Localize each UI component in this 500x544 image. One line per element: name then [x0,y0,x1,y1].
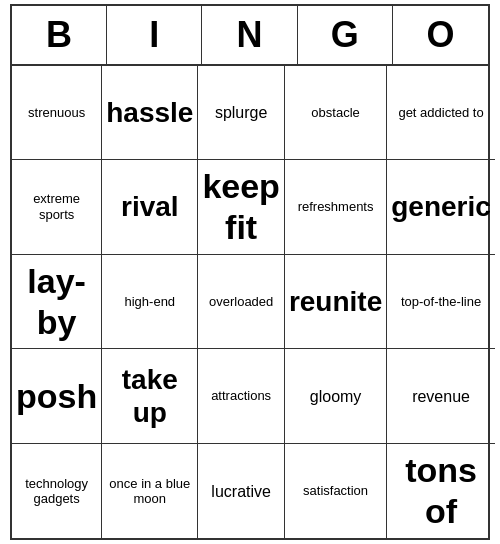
bingo-cell: generic [387,160,495,255]
cell-text: reunite [289,285,382,319]
bingo-cell: lucrative [198,444,285,539]
bingo-cell: posh [12,349,102,444]
header-letter: O [393,6,488,64]
bingo-cell: strenuous [12,66,102,161]
cell-text: generic [391,190,491,224]
bingo-cell: take up [102,349,198,444]
bingo-cell: revenue [387,349,495,444]
bingo-cell: lay-by [12,255,102,350]
bingo-cell: keep fit [198,160,285,255]
cell-text: high-end [125,294,176,310]
bingo-cell: get addicted to [387,66,495,161]
header-letter: G [298,6,393,64]
bingo-cell: technology gadgets [12,444,102,539]
cell-text: obstacle [311,105,359,121]
bingo-cell: obstacle [285,66,387,161]
cell-text: rival [121,190,179,224]
cell-text: overloaded [209,294,273,310]
bingo-cell: attractions [198,349,285,444]
cell-text: take up [106,363,193,430]
cell-text: hassle [106,96,193,130]
cell-text: top-of-the-line [401,294,481,310]
bingo-cell: overloaded [198,255,285,350]
cell-text: extreme sports [16,191,97,222]
bingo-cell: top-of-the-line [387,255,495,350]
cell-text: tons of [391,450,491,532]
cell-text: gloomy [310,387,362,406]
bingo-cell: extreme sports [12,160,102,255]
header-letter: I [107,6,202,64]
bingo-cell: tons of [387,444,495,539]
bingo-grid: strenuoushasslesplurgeobstacleget addict… [12,66,488,539]
bingo-header: BINGO [12,6,488,66]
cell-text: revenue [412,387,470,406]
cell-text: technology gadgets [16,476,97,507]
cell-text: keep fit [202,166,280,248]
cell-text: splurge [215,103,267,122]
header-letter: B [12,6,107,64]
bingo-card: BINGO strenuoushasslesplurgeobstacleget … [10,4,490,541]
cell-text: lay-by [16,261,97,343]
bingo-cell: satisfaction [285,444,387,539]
header-letter: N [202,6,297,64]
cell-text: strenuous [28,105,85,121]
cell-text: satisfaction [303,483,368,499]
bingo-cell: reunite [285,255,387,350]
cell-text: posh [16,376,97,417]
cell-text: refreshments [298,199,374,215]
cell-text: get addicted to [398,105,483,121]
bingo-cell: once in a blue moon [102,444,198,539]
cell-text: lucrative [211,482,271,501]
bingo-cell: high-end [102,255,198,350]
cell-text: attractions [211,388,271,404]
bingo-cell: rival [102,160,198,255]
bingo-cell: gloomy [285,349,387,444]
bingo-cell: refreshments [285,160,387,255]
bingo-cell: splurge [198,66,285,161]
bingo-cell: hassle [102,66,198,161]
cell-text: once in a blue moon [106,476,193,507]
